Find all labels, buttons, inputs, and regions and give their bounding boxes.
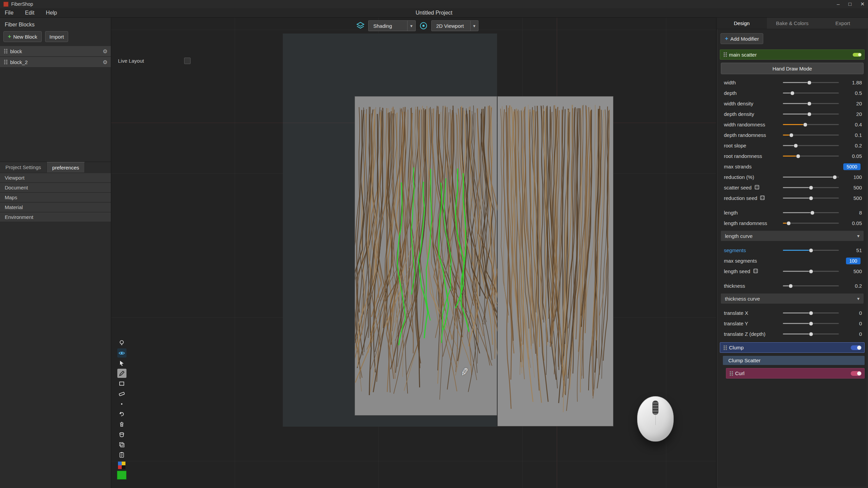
slider-knob[interactable] — [809, 196, 813, 200]
main-scatter-toggle[interactable] — [853, 53, 862, 57]
copy-icon[interactable] — [117, 440, 126, 449]
slider-width-density[interactable] — [783, 103, 839, 104]
hair-card-left[interactable] — [355, 96, 497, 415]
modifier-curl-header[interactable]: Curl — [726, 368, 865, 379]
maximize-button[interactable]: □ — [848, 1, 851, 7]
slider-depth[interactable] — [783, 93, 839, 94]
tab-design[interactable]: Design — [716, 18, 767, 29]
tab-preferences[interactable]: preferences — [47, 162, 85, 172]
slider-knob[interactable] — [807, 80, 811, 85]
block-row[interactable]: block ⚙ — [0, 46, 111, 56]
slider-knob[interactable] — [796, 154, 800, 158]
viewport[interactable]: Shading ▾ 2D Viewport ▾ Live Layout ✎ — [111, 18, 716, 488]
slider-knob[interactable] — [809, 269, 813, 273]
slider-depth-randomness[interactable] — [783, 135, 839, 136]
dropdown-thickness-curve[interactable]: thickness curve▾ — [721, 293, 864, 304]
settings-item-environment[interactable]: Environment — [0, 212, 111, 222]
settings-item-maps[interactable]: Maps — [0, 193, 111, 202]
slider-knob[interactable] — [809, 248, 813, 252]
cursor-icon[interactable] — [117, 359, 126, 368]
modifier-main-scatter-header[interactable]: main scatter — [720, 49, 865, 60]
view-mode-select[interactable]: 2D Viewport ▾ — [431, 20, 479, 31]
gear-icon[interactable]: ⚙ — [103, 59, 107, 65]
tab-export[interactable]: Export — [817, 18, 868, 29]
modifier-clump-scatter-header[interactable]: Clump Scatter — [723, 356, 865, 365]
undo-icon[interactable] — [117, 409, 126, 419]
eye-icon[interactable] — [117, 348, 126, 358]
slider-length-seed[interactable] — [783, 271, 839, 272]
slider-length[interactable] — [783, 212, 839, 213]
slider-knob[interactable] — [807, 112, 811, 116]
slider-scatter-seed[interactable] — [783, 187, 839, 188]
tab-bake-colors[interactable]: Bake & Colors — [767, 18, 817, 29]
slider-root-slope[interactable] — [783, 145, 839, 146]
hand-draw-mode-button[interactable]: Hand Draw Mode — [721, 63, 864, 74]
slider-thickness[interactable] — [783, 285, 839, 286]
block-row[interactable]: block_2 ⚙ — [0, 57, 111, 67]
slider-knob[interactable] — [789, 284, 793, 288]
trash-icon[interactable] — [117, 420, 126, 429]
slider-segments[interactable] — [783, 250, 839, 251]
slider-length-randomness[interactable] — [783, 223, 839, 224]
menu-file[interactable]: File — [5, 10, 14, 16]
slider-reduction-[interactable] — [783, 177, 839, 178]
slider-reduction-seed[interactable] — [783, 198, 839, 199]
slider-knob[interactable] — [803, 122, 808, 127]
slider-root-randomness[interactable] — [783, 156, 839, 157]
slider-knob[interactable] — [809, 311, 813, 315]
lightbulb-icon[interactable] — [117, 338, 126, 347]
value-chip[interactable]: 5000 — [843, 163, 861, 170]
add-modifier-button[interactable]: + Add Modifier — [721, 33, 763, 44]
rectangle-icon[interactable] — [117, 379, 126, 388]
slider-knob[interactable] — [807, 101, 811, 106]
dice-seed-icon[interactable] — [754, 184, 760, 191]
param-label: translate X — [724, 310, 781, 316]
clump-toggle[interactable] — [851, 345, 862, 350]
new-block-button[interactable]: + New Block — [3, 31, 42, 42]
menu-help[interactable]: Help — [46, 10, 57, 16]
viewport-mode-icon[interactable] — [419, 21, 428, 30]
slider-knob[interactable] — [786, 221, 791, 225]
shading-select[interactable]: Shading ▾ — [368, 20, 416, 31]
import-button[interactable]: Import — [45, 31, 68, 42]
slider-knob[interactable] — [790, 91, 795, 95]
value-chip[interactable]: 100 — [846, 258, 861, 264]
slider-knob[interactable] — [809, 332, 813, 336]
pen-icon[interactable] — [117, 369, 126, 378]
slider-translate-z-depth-[interactable] — [783, 333, 839, 334]
menu-edit[interactable]: Edit — [25, 10, 35, 16]
settings-item-material[interactable]: Material — [0, 203, 111, 212]
modifier-clump-header[interactable]: Clump — [720, 342, 865, 353]
gear-icon[interactable]: ⚙ — [103, 48, 107, 55]
settings-item-document[interactable]: Document — [0, 183, 111, 192]
minimize-button[interactable]: – — [837, 1, 840, 7]
eraser-icon[interactable] — [117, 389, 126, 398]
dice-seed-icon[interactable] — [753, 268, 758, 275]
close-button[interactable]: ✕ — [860, 1, 865, 7]
slider-translate-y[interactable] — [783, 323, 839, 324]
dot-icon[interactable] — [117, 399, 126, 408]
swatch-quad-icon[interactable] — [118, 462, 125, 469]
slider-width-randomness[interactable] — [783, 124, 839, 125]
slider-knob[interactable] — [809, 185, 813, 190]
settings-item-viewport[interactable]: Viewport — [0, 173, 111, 182]
slider-width[interactable] — [783, 82, 839, 83]
dropdown-length-curve[interactable]: length curve▾ — [721, 231, 864, 241]
dice-seed-icon[interactable] — [760, 195, 765, 202]
bucket-icon[interactable] — [117, 430, 126, 439]
slider-knob[interactable] — [833, 175, 837, 179]
slider-knob[interactable] — [793, 143, 798, 148]
slider-knob[interactable] — [789, 133, 793, 137]
clipboard-icon[interactable] — [117, 450, 126, 459]
slider-knob[interactable] — [810, 210, 815, 215]
slider-knob[interactable] — [809, 321, 813, 326]
green-swatch-icon[interactable] — [117, 471, 126, 480]
curl-toggle[interactable] — [851, 371, 862, 376]
slider-depth-density[interactable] — [783, 114, 839, 115]
layers-icon[interactable] — [356, 21, 365, 30]
hair-card-right[interactable] — [497, 96, 613, 426]
live-layout-checkbox[interactable] — [184, 58, 191, 64]
tab-project-settings[interactable]: Project Settings — [0, 162, 47, 172]
slider-translate-x[interactable] — [783, 312, 839, 313]
param-value: 100 — [843, 174, 862, 180]
